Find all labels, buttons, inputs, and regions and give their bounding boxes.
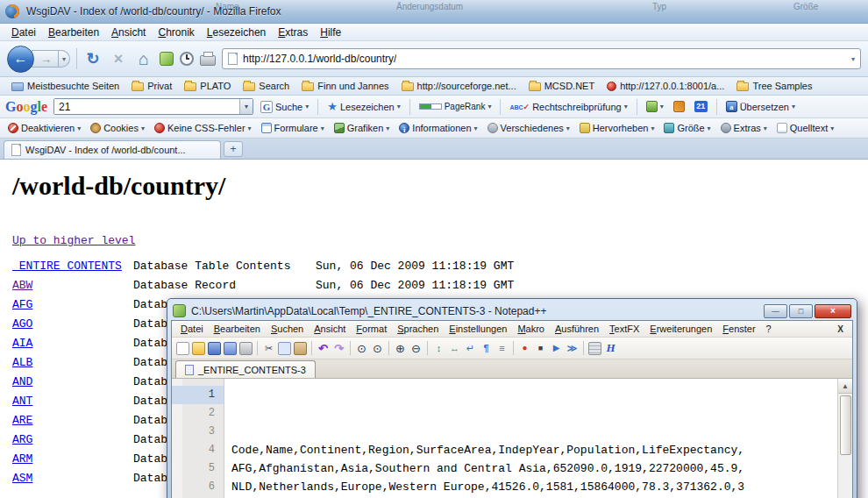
notepad-menu-item[interactable]: TextFX — [604, 323, 644, 335]
webdev-menu-button[interactable]: Formulare ▾ — [257, 121, 329, 135]
pagerank-widget[interactable]: PageRank▾ — [416, 100, 494, 113]
zoom-out-icon[interactable]: ⊖ — [409, 342, 423, 355]
notepad-menu-item[interactable]: Ansicht — [309, 323, 351, 335]
bookmark-item[interactable]: Tree Samples — [732, 80, 816, 92]
entry-link[interactable]: ARE — [12, 414, 32, 427]
doc-map-icon[interactable] — [588, 342, 601, 355]
menu-item[interactable]: Ansicht — [105, 25, 152, 39]
google-search-button[interactable]: GSuche▾ — [258, 99, 311, 115]
entry-link[interactable]: ABW — [12, 279, 32, 292]
copy-icon[interactable] — [278, 342, 291, 355]
webdev-menu-button[interactable]: Extras ▾ — [716, 121, 772, 135]
webdev-menu-button[interactable]: Verschiedenes ▾ — [483, 121, 574, 135]
autofill-button[interactable]: ▾ — [644, 99, 666, 114]
reload-button[interactable]: ↻ — [83, 51, 103, 67]
notepad-menu-item[interactable]: ? — [761, 323, 777, 335]
entry-link[interactable]: ALB — [12, 356, 32, 369]
run-multiple-icon[interactable]: ≫ — [566, 342, 579, 355]
new-file-icon[interactable] — [176, 342, 189, 355]
clock-icon[interactable] — [180, 52, 194, 66]
replace-icon[interactable]: ⊙ — [371, 342, 384, 355]
find-icon[interactable]: ⊙ — [355, 342, 368, 355]
paste-icon[interactable] — [294, 342, 307, 355]
notepad-menu-item[interactable]: Ausführen — [550, 323, 604, 335]
webdev-menu-button[interactable]: Grafiken ▾ — [330, 121, 395, 135]
entry-link[interactable]: AIA — [12, 337, 32, 350]
minimize-button[interactable]: — — [764, 304, 787, 318]
translate-button[interactable]: aÜbersetzen▾ — [723, 99, 798, 114]
new-tab-button[interactable]: + — [224, 141, 243, 157]
webdev-menu-button[interactable]: Größe ▾ — [659, 121, 715, 135]
google-bookmarks-button[interactable]: ★Lesezeichen▾ — [324, 98, 402, 115]
counter-badge[interactable]: 21 — [692, 99, 710, 114]
google-search-dropdown[interactable]: ▾ — [239, 99, 253, 114]
indent-guide-icon[interactable]: ≡ — [495, 342, 509, 355]
print-icon[interactable] — [239, 342, 253, 355]
notepad-menu-item[interactable]: Makro — [512, 323, 550, 335]
webdev-menu-button[interactable]: Informationen ▾ — [395, 121, 481, 135]
notepadpp-titlebar[interactable]: C:\Users\Martin\AppData\Local\Temp\_ENTI… — [171, 302, 853, 320]
record-macro-icon[interactable]: ● — [518, 342, 531, 355]
webdev-menu-button[interactable]: Quelltext ▾ — [772, 121, 838, 135]
bookmark-item[interactable]: MCSD.NET — [524, 80, 599, 92]
notepad-menu-item[interactable]: Fenster — [717, 323, 760, 335]
url-bar[interactable]: http://127.0.0.1/world-db/country/ ▾ — [222, 48, 861, 69]
firefox-titlebar[interactable]: Name Änderungsdatum Typ Größe WsgiDAV - … — [0, 0, 868, 24]
notepad-menu-item[interactable]: Format — [351, 323, 392, 335]
entry-link[interactable]: AGO — [12, 317, 32, 331]
up-link[interactable]: Up to higher level — [12, 234, 135, 247]
entry-link[interactable]: ARG — [12, 433, 32, 446]
maximize-button[interactable]: □ — [789, 304, 813, 318]
spellcheck-button[interactable]: ABCRechtschreibprüfung▾ — [507, 100, 630, 114]
google-search-input[interactable] — [54, 99, 239, 114]
bookmark-item[interactable]: http://sourceforge.net... — [397, 80, 521, 92]
tab-wsgidav[interactable]: WsgiDAV - Index of /world-db/count... — [4, 140, 221, 159]
undo-icon[interactable]: ↶ — [317, 342, 330, 355]
bookmark-item[interactable]: http://127.0.0.1:8001/a... — [602, 80, 729, 92]
scrollbar-thumb[interactable] — [840, 395, 851, 455]
notepad-menu-item[interactable]: Sprachen — [392, 323, 444, 335]
bookmark-item[interactable]: PLATO — [180, 80, 235, 92]
history-dropdown[interactable]: ▾ — [59, 50, 70, 68]
greasemonkey-icon[interactable] — [160, 52, 174, 66]
entry-link[interactable]: ANT — [12, 395, 32, 408]
html-preview-icon[interactable]: H — [604, 342, 617, 355]
notepad-menu-item[interactable]: Bearbeiten — [209, 323, 266, 335]
open-folder-icon[interactable] — [192, 342, 205, 355]
menu-item[interactable]: Datei — [5, 25, 42, 39]
bookmark-item[interactable]: Meistbesuchte Seiten — [7, 80, 124, 92]
tab-entire-contents[interactable]: _ENTIRE_CONTENTS-3 — [175, 360, 316, 378]
highlighter-button[interactable] — [671, 99, 687, 114]
forward-button[interactable]: → — [32, 50, 59, 68]
menu-item[interactable]: Chronik — [152, 25, 200, 39]
bookmark-item[interactable]: Search — [238, 80, 294, 92]
sync-vertical-icon[interactable]: ↕ — [432, 342, 445, 355]
close-button[interactable]: × — [815, 304, 851, 318]
document-close-x[interactable]: X — [832, 324, 849, 334]
scroll-up-arrow[interactable]: ▲ — [838, 379, 853, 394]
stop-macro-icon[interactable]: ■ — [534, 342, 547, 355]
print-icon[interactable] — [200, 55, 216, 66]
menu-item[interactable]: Extras — [272, 25, 314, 39]
save-icon[interactable] — [208, 342, 221, 355]
redo-icon[interactable]: ↷ — [332, 342, 345, 355]
bookmark-item[interactable]: Finn und Jannes — [297, 80, 393, 92]
back-button[interactable]: ← — [7, 46, 34, 73]
menu-item[interactable]: Lesezeichen — [201, 25, 272, 39]
url-dropdown[interactable]: ▾ — [851, 55, 855, 63]
entry-link[interactable]: AND — [12, 375, 32, 388]
cut-icon[interactable]: ✂ — [262, 342, 275, 355]
home-button[interactable]: ⌂ — [134, 50, 153, 68]
notepad-menu-item[interactable]: Datei — [175, 323, 209, 335]
menu-item[interactable]: Bearbeiten — [42, 25, 105, 39]
stop-button[interactable]: × — [109, 51, 128, 67]
webdev-menu-button[interactable]: Keine CSS-Fehler ▾ — [150, 121, 256, 135]
entry-link[interactable]: AFG — [12, 298, 32, 311]
show-symbols-icon[interactable]: ¶ — [480, 342, 493, 355]
notepad-menu-item[interactable]: Suchen — [266, 323, 309, 335]
vertical-scrollbar[interactable]: ▲ — [837, 379, 852, 498]
sync-horizontal-icon[interactable]: ↔ — [448, 342, 461, 355]
code-area[interactable]: Code,Name,Continent,Region,SurfaceArea,I… — [224, 379, 837, 498]
word-wrap-icon[interactable]: ↵ — [464, 342, 477, 355]
bookmark-item[interactable]: Privat — [127, 80, 176, 92]
